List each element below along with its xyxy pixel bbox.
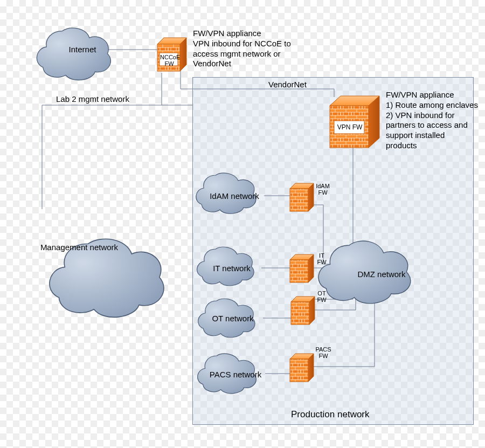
label-fw-idam: IdAM FW <box>314 183 332 196</box>
firewall-it <box>290 254 314 282</box>
label-fw-ot: OT FW <box>314 290 330 303</box>
label-idam: IdAM network <box>205 191 264 201</box>
svg-marker-10 <box>308 183 314 211</box>
label-fw-it: IT FW <box>314 252 330 265</box>
svg-rect-20 <box>290 359 308 382</box>
label-fw-vpn: VPN FW <box>335 124 364 131</box>
svg-rect-17 <box>291 302 309 325</box>
label-pacs: PACS network <box>206 370 265 379</box>
label-lab2: Lab 2 mgmt network <box>56 94 129 105</box>
label-it: IT network <box>205 264 259 273</box>
label-production: Production network <box>291 409 370 420</box>
label-vendornet: VendorNet <box>268 80 307 90</box>
firewall-idam <box>290 183 314 211</box>
firewall-vpn <box>330 96 379 148</box>
firewall-ot <box>291 297 315 325</box>
svg-rect-14 <box>290 260 308 282</box>
svg-marker-13 <box>308 254 314 282</box>
label-ot: OT network <box>206 314 260 323</box>
label-fw-pacs: PACS FW <box>314 346 333 359</box>
cloud-internet <box>37 28 110 80</box>
label-management: Management network <box>33 243 125 252</box>
svg-marker-19 <box>308 354 314 382</box>
note-right: FW/VPN appliance 1) Route among enclaves… <box>386 90 483 151</box>
note-top: FW/VPN appliance VPN inbound for NCCoE t… <box>193 29 295 69</box>
svg-rect-11 <box>290 189 308 211</box>
label-dmz: DMZ network <box>349 270 414 279</box>
label-internet: Internet <box>61 45 104 54</box>
firewall-pacs <box>290 354 314 382</box>
label-fw-nccoe: NCCoE FW <box>160 54 178 67</box>
